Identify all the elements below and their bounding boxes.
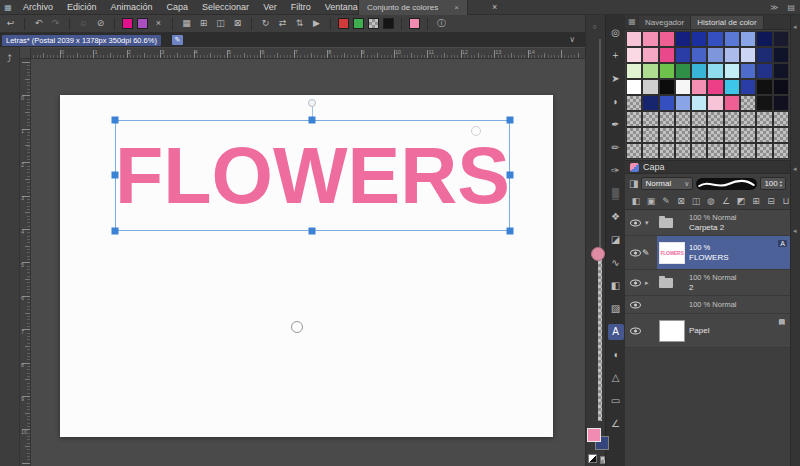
layer-row-3[interactable]: 100 % Normal [625,296,790,314]
expand-arrow-icon[interactable]: ▸ [645,279,649,287]
eyedropper-tool[interactable]: ◗ [608,94,624,110]
layer-thumbnail[interactable] [659,278,673,288]
color-swatch-5-4[interactable] [691,111,707,127]
new-raster-layer-icon[interactable]: ⊞ [750,195,762,207]
color-swatch-0-1[interactable] [642,31,658,47]
color-swatch-4-2[interactable] [659,95,675,111]
color-swatch-2-4[interactable] [691,63,707,79]
color-swatch-0-0[interactable] [626,31,642,47]
enable-mask-icon[interactable]: ◍ [705,195,717,207]
grid-icon[interactable]: ▦ [180,17,193,30]
purple-color-chip[interactable] [137,18,148,29]
color-swatch-5-1[interactable] [642,111,658,127]
transform-handle[interactable] [112,117,119,124]
menu-capa[interactable]: Capa [160,0,196,15]
document-list-dropdown-icon[interactable]: ∨ [569,35,575,44]
pen-tool[interactable]: ✒ [608,117,624,133]
menu-edicion[interactable]: Edición [60,0,104,15]
color-swatch-6-8[interactable] [756,127,772,143]
color-swatch-4-3[interactable] [675,95,691,111]
color-swatch-5-5[interactable] [707,111,723,127]
color-swatch-6-9[interactable] [773,127,789,143]
collapse-panel-icon[interactable]: ◂ [793,23,797,31]
snap-special-ruler-icon[interactable]: ◫ [214,17,227,30]
text-tool[interactable]: A [608,324,624,340]
color-swatch-0-6[interactable] [724,31,740,47]
visibility-eye-icon[interactable] [630,219,641,226]
canvas-area[interactable]: 01234567891011121314 012345678910 FLOWER… [20,47,585,466]
color-swatch-2-2[interactable] [659,63,675,79]
color-swatch-3-4[interactable] [691,79,707,95]
transform-selection-box[interactable] [115,120,510,231]
panel-menu-icon[interactable]: ▤ [787,0,795,15]
color-swatch-4-7[interactable] [740,95,756,111]
green-color-chip[interactable] [353,18,364,29]
color-swatch-2-5[interactable] [707,63,723,79]
visibility-eye-icon[interactable] [630,249,641,256]
layer-color-icon[interactable]: ◩ [735,195,747,207]
red-color-chip[interactable] [338,18,349,29]
stepper-arrows-icon[interactable]: ▴▾ [780,180,782,188]
transform-handle[interactable] [309,117,316,124]
menu-animacion[interactable]: Animación [104,0,160,15]
color-swatch-3-1[interactable] [642,79,658,95]
flip-vertical-icon[interactable]: ⇅ [293,17,306,30]
color-swatch-1-1[interactable] [642,47,658,63]
color-swatch-0-3[interactable] [675,31,691,47]
info-icon[interactable]: ⓘ [435,17,448,30]
color-circle-icon[interactable]: ○ [590,23,599,32]
color-swatch-3-2[interactable] [659,79,675,95]
color-swatch-4-4[interactable] [691,95,707,111]
color-swatch-0-8[interactable] [756,31,772,47]
color-swatch-3-8[interactable] [756,79,772,95]
color-swatch-6-6[interactable] [724,127,740,143]
color-swatch-5-0[interactable] [626,111,642,127]
color-swatch-3-0[interactable] [626,79,642,95]
color-swatch-4-9[interactable] [773,95,789,111]
transform-handle[interactable] [112,228,119,235]
color-swatch-7-1[interactable] [642,143,658,159]
color-swatch-7-3[interactable] [675,143,691,159]
expand-arrow-icon[interactable]: ▾ [645,219,649,227]
document-tab[interactable]: Letras* (Postal 2039 x 1378px 350dpi 60.… [2,35,161,46]
lock-transparent-pixels-icon[interactable]: ◫ [690,195,702,207]
color-swatch-6-5[interactable] [707,127,723,143]
color-swatch-2-1[interactable] [642,63,658,79]
pink-color-chip[interactable] [409,18,420,29]
color-swatch-0-7[interactable] [740,31,756,47]
color-swatch-7-8[interactable] [756,143,772,159]
opacity-stepper[interactable]: 100 ▴▾ [760,177,786,190]
color-swatch-7-9[interactable] [773,143,789,159]
menu-filtro[interactable]: Filtro [284,0,318,15]
play-icon[interactable]: ▶ [310,17,323,30]
move-tool[interactable]: + [608,48,624,64]
document-edit-icon[interactable]: ✎ [172,35,183,45]
airbrush-tool[interactable]: ▒ [608,186,624,202]
default-colors-icon[interactable] [588,454,597,463]
deselect-icon[interactable]: ◌ [77,17,90,30]
color-swatch-5-6[interactable] [724,111,740,127]
gradient-tool[interactable]: ▨ [608,301,624,317]
color-swatch-0-9[interactable] [773,31,789,47]
transform-handle[interactable] [507,172,514,179]
app-icon[interactable]: ▦ [0,0,16,15]
color-swatch-2-6[interactable] [724,63,740,79]
black-color-chip[interactable] [383,18,394,29]
operation-tool[interactable]: ➤ [608,71,624,87]
color-swatch-1-9[interactable] [773,47,789,63]
snap-ruler-icon[interactable]: ⊞ [197,17,210,30]
color-swatch-3-6[interactable] [724,79,740,95]
lock-layer-icon[interactable]: ⊠ [675,195,687,207]
blend-tool[interactable]: ∿ [608,255,624,271]
draft-layer-icon[interactable]: ✎ [660,195,672,207]
layer-thumbnail[interactable] [659,320,685,342]
color-swatch-2-9[interactable] [773,63,789,79]
frame-border-tool[interactable]: ▭ [608,393,624,409]
color-swatch-0-2[interactable] [659,31,675,47]
zoom-tool[interactable]: ◎ [608,25,624,41]
color-swatch-2-7[interactable] [740,63,756,79]
layer-thumbnail[interactable]: FLOWERS [659,242,685,264]
reference-layer-icon[interactable]: ▣ [645,195,657,207]
layer-row-carpeta-2[interactable]: ▾100 % NormalCarpeta 2 [625,210,790,236]
collapse-panel-icon[interactable]: ◂ [793,227,797,235]
